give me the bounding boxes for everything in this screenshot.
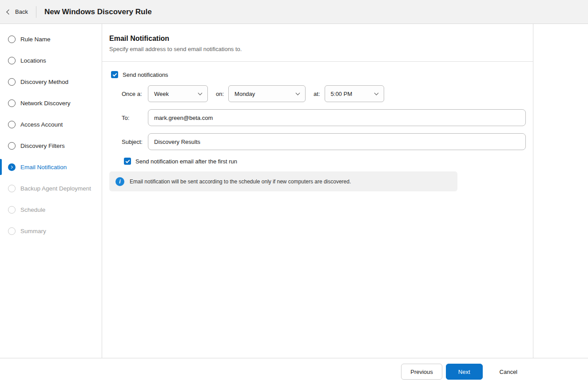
previous-button[interactable]: Previous (401, 364, 442, 380)
next-button[interactable]: Next (446, 364, 483, 380)
back-button[interactable]: Back (7, 8, 28, 15)
first-run-row: Send notification email after the first … (124, 158, 526, 165)
checkmark-icon (125, 159, 130, 163)
schedule-row: Once a: Week on: Monday at: 5:00 PM (122, 85, 526, 102)
email-notification-form: Send notifications Once a: Week on: Mond… (109, 62, 526, 191)
step-label: Rule Name (20, 36, 51, 43)
wizard-steps-sidebar: Rule Name Locations Discovery Method Net… (0, 24, 102, 358)
email-notification-panel: Email Notification Specify email address… (102, 24, 533, 358)
send-notifications-row: Send notifications (111, 71, 526, 78)
frequency-dropdown[interactable]: Week (148, 85, 208, 102)
time-value: 5:00 PM (331, 91, 352, 97)
cancel-button[interactable]: Cancel (491, 364, 526, 380)
send-notifications-label: Send notifications (123, 71, 168, 78)
step-label: Discovery Method (20, 79, 68, 85)
step-circle-icon (8, 227, 16, 235)
frequency-value: Week (154, 91, 169, 97)
to-row: To: (122, 109, 526, 126)
step-label: Backup Agent Deployment (20, 185, 91, 192)
step-label: Summary (20, 228, 46, 234)
step-circle-icon (8, 99, 16, 107)
step-backup-agent-deployment: Backup Agent Deployment (0, 178, 102, 199)
main-content: Email Notification Specify email address… (102, 24, 588, 358)
info-banner: i Email notification will be sent accord… (109, 171, 457, 191)
subject-row: Subject: (122, 133, 526, 150)
info-icon: i (115, 177, 124, 186)
chevron-left-icon (6, 9, 11, 14)
step-circle-icon (8, 57, 16, 64)
active-step-icon (8, 163, 16, 171)
to-label: To: (122, 115, 148, 121)
step-discovery-method[interactable]: Discovery Method (0, 71, 102, 92)
step-label: Schedule (20, 206, 45, 213)
chevron-down-icon (374, 91, 378, 95)
step-label: Network Discovery (20, 100, 71, 107)
step-label: Discovery Filters (20, 143, 65, 149)
info-banner-text: Email notification will be sent accordin… (130, 179, 351, 185)
step-summary: Summary (0, 220, 102, 242)
step-label: Locations (20, 57, 46, 64)
section-subheading: Specify email address to send email noti… (109, 46, 526, 52)
send-notifications-checkbox[interactable] (111, 71, 118, 78)
subject-input[interactable] (148, 133, 526, 150)
first-run-checkbox[interactable] (124, 158, 131, 165)
first-run-label: Send notification email after the first … (135, 158, 237, 165)
step-schedule: Schedule (0, 199, 102, 220)
step-circle-icon (8, 78, 16, 86)
step-network-discovery[interactable]: Network Discovery (0, 92, 102, 114)
chevron-down-icon (198, 91, 203, 95)
active-step-indicator (0, 159, 2, 175)
step-circle-icon (8, 206, 16, 214)
page-title: New Windows Discovery Rule (44, 8, 152, 16)
once-a-label: Once a: (122, 91, 148, 97)
to-input[interactable] (148, 109, 526, 126)
wizard-footer: Previous Next Cancel (0, 358, 588, 385)
section-heading: Email Notification (109, 35, 526, 43)
step-rule-name[interactable]: Rule Name (0, 28, 102, 50)
day-dropdown[interactable]: Monday (228, 85, 306, 102)
step-label: Access Account (20, 121, 63, 128)
checkmark-icon (112, 72, 117, 76)
chevron-down-icon (296, 91, 300, 95)
top-bar: Back New Windows Discovery Rule (0, 0, 588, 24)
subject-label: Subject: (122, 139, 148, 145)
step-circle-icon (8, 185, 16, 192)
step-circle-icon (8, 36, 16, 43)
step-circle-icon (8, 142, 16, 150)
step-circle-icon (8, 121, 16, 128)
step-email-notification[interactable]: Email Notification (0, 156, 102, 178)
at-label: at: (314, 91, 320, 97)
on-label: on: (216, 91, 224, 97)
chevron-right-icon (10, 165, 13, 168)
topbar-divider (36, 6, 36, 18)
step-label: Email Notification (20, 164, 67, 171)
step-locations[interactable]: Locations (0, 50, 102, 71)
step-discovery-filters[interactable]: Discovery Filters (0, 135, 102, 156)
day-value: Monday (234, 91, 255, 97)
time-dropdown[interactable]: 5:00 PM (325, 85, 384, 102)
step-access-account[interactable]: Access Account (0, 114, 102, 135)
back-button-label: Back (15, 8, 28, 15)
